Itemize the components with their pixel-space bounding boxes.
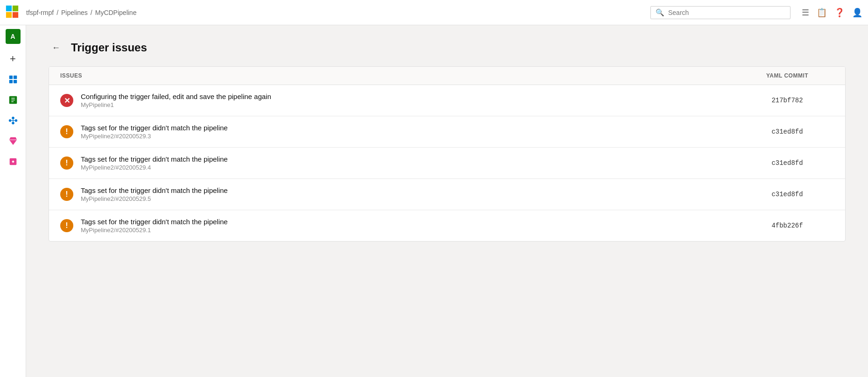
sidebar-item-artifacts[interactable] bbox=[4, 152, 22, 171]
sidebar-item-pipelines[interactable] bbox=[4, 111, 22, 130]
search-box[interactable]: 🔍 bbox=[650, 6, 790, 19]
page-title: Trigger issues bbox=[71, 41, 147, 54]
back-icon: ← bbox=[52, 43, 60, 53]
svg-point-12 bbox=[8, 119, 11, 122]
issues-table: Issues YAML Commit ✕ Configuring the tri… bbox=[49, 66, 846, 242]
svg-rect-3 bbox=[13, 12, 18, 17]
issue-content: Tags set for the trigger didn't match th… bbox=[81, 186, 741, 202]
avatar[interactable]: A bbox=[6, 29, 21, 44]
svg-rect-2 bbox=[6, 12, 12, 17]
table-header: Issues YAML Commit bbox=[49, 67, 845, 85]
topbar: tfspf-rmpf / Pipelines / MyCDPipeline 🔍 … bbox=[0, 0, 868, 25]
breadcrumb: tfspf-rmpf / Pipelines / MyCDPipeline bbox=[26, 9, 136, 16]
clipboard-icon[interactable]: 📋 bbox=[817, 7, 827, 18]
svg-point-13 bbox=[12, 117, 14, 120]
issue-content: Configuring the trigger failed, edit and… bbox=[81, 92, 741, 108]
page-header: ← Trigger issues bbox=[49, 40, 846, 55]
issue-subtitle: MyPipeline1 bbox=[81, 101, 741, 108]
issue-title: Tags set for the trigger didn't match th… bbox=[81, 124, 741, 132]
topbar-icons: ☰ 📋 ❓ 👤 bbox=[802, 7, 862, 18]
sidebar-item-add[interactable]: + bbox=[4, 50, 22, 68]
breadcrumb-sep1: / bbox=[56, 9, 58, 16]
issue-commit: c31ed8fd bbox=[741, 159, 834, 167]
issue-status-icon: ! bbox=[60, 156, 73, 170]
svg-rect-6 bbox=[9, 80, 12, 83]
help-icon[interactable]: ❓ bbox=[834, 7, 845, 18]
issue-title: Configuring the trigger failed, edit and… bbox=[81, 92, 741, 100]
svg-rect-0 bbox=[6, 5, 12, 11]
breadcrumb-section[interactable]: Pipelines bbox=[61, 9, 88, 16]
issue-title: Tags set for the trigger didn't match th… bbox=[81, 186, 741, 194]
issue-title: Tags set for the trigger didn't match th… bbox=[81, 218, 741, 226]
svg-point-15 bbox=[14, 119, 17, 122]
issue-content: Tags set for the trigger didn't match th… bbox=[81, 124, 741, 140]
svg-rect-1 bbox=[13, 5, 18, 11]
issue-status-icon: ! bbox=[60, 219, 73, 232]
issue-subtitle: MyPipeline2/#20200529.4 bbox=[81, 164, 741, 171]
col-issues-header: Issues bbox=[60, 72, 741, 79]
table-body: ✕ Configuring the trigger failed, edit a… bbox=[49, 85, 845, 241]
table-row[interactable]: ✕ Configuring the trigger failed, edit a… bbox=[49, 85, 845, 116]
main-content: ← Trigger issues Issues YAML Commit ✕ Co… bbox=[26, 25, 868, 377]
issue-status-icon: ✕ bbox=[60, 94, 73, 107]
issue-subtitle: MyPipeline2/#20200529.3 bbox=[81, 133, 741, 140]
table-row[interactable]: ! Tags set for the trigger didn't match … bbox=[49, 116, 845, 148]
back-button[interactable]: ← bbox=[49, 40, 64, 55]
search-input[interactable] bbox=[668, 9, 785, 16]
table-row[interactable]: ! Tags set for the trigger didn't match … bbox=[49, 210, 845, 241]
repos-icon bbox=[8, 95, 18, 105]
col-yaml-header: YAML Commit bbox=[741, 72, 834, 79]
issue-title: Tags set for the trigger didn't match th… bbox=[81, 155, 741, 163]
issue-status-icon: ! bbox=[60, 125, 73, 138]
svg-rect-5 bbox=[13, 76, 16, 79]
logo bbox=[6, 5, 22, 20]
menu-icon[interactable]: ☰ bbox=[802, 7, 809, 18]
issue-subtitle: MyPipeline2/#20200529.1 bbox=[81, 227, 741, 234]
issue-commit: 217bf782 bbox=[741, 97, 834, 104]
breadcrumb-project[interactable]: tfspf-rmpf bbox=[26, 9, 54, 16]
svg-rect-4 bbox=[9, 76, 12, 79]
svg-rect-7 bbox=[13, 80, 16, 83]
search-icon: 🔍 bbox=[656, 8, 664, 17]
issue-commit: c31ed8fd bbox=[741, 128, 834, 135]
table-row[interactable]: ! Tags set for the trigger didn't match … bbox=[49, 179, 845, 210]
layout: A + bbox=[0, 25, 868, 377]
issue-content: Tags set for the trigger didn't match th… bbox=[81, 155, 741, 171]
sidebar-item-repos[interactable] bbox=[4, 91, 22, 109]
user-settings-icon[interactable]: 👤 bbox=[852, 7, 862, 18]
test-icon bbox=[8, 136, 18, 146]
sidebar: A + bbox=[0, 25, 26, 377]
issue-content: Tags set for the trigger didn't match th… bbox=[81, 218, 741, 234]
issue-commit: 4fbb226f bbox=[741, 222, 834, 229]
boards-icon bbox=[8, 74, 18, 85]
svg-point-14 bbox=[12, 122, 14, 125]
artifacts-icon bbox=[8, 156, 18, 167]
pipelines-icon bbox=[8, 115, 18, 126]
sidebar-item-test[interactable] bbox=[4, 132, 22, 150]
issue-status-icon: ! bbox=[60, 188, 73, 201]
add-icon: + bbox=[10, 53, 16, 65]
sidebar-item-boards[interactable] bbox=[4, 70, 22, 89]
issue-commit: c31ed8fd bbox=[741, 191, 834, 198]
breadcrumb-pipeline[interactable]: MyCDPipeline bbox=[95, 9, 137, 16]
issue-subtitle: MyPipeline2/#20200529.5 bbox=[81, 195, 741, 202]
breadcrumb-sep2: / bbox=[91, 9, 92, 16]
table-row[interactable]: ! Tags set for the trigger didn't match … bbox=[49, 148, 845, 179]
